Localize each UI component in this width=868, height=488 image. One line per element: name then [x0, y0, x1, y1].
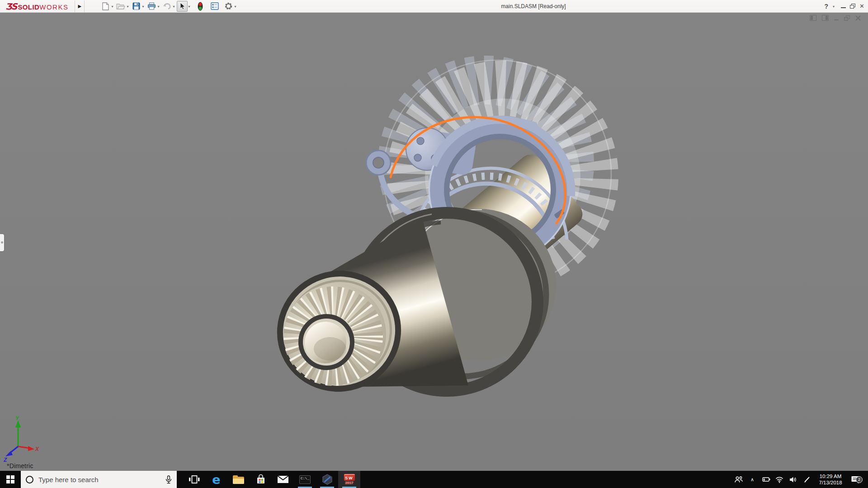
chevron-up-icon: ∧	[750, 477, 754, 483]
solidworks-taskbar-button[interactable]: SW 2017	[338, 471, 360, 488]
solidworks-cube-icon: SW	[344, 474, 355, 481]
menu-flyout-button[interactable]: ▶	[75, 0, 85, 12]
traffic-light-icon	[198, 2, 203, 11]
hexagon-app-icon	[321, 474, 333, 485]
clock-date: 7/13/2018	[814, 479, 847, 486]
start-button[interactable]	[0, 471, 21, 488]
graphics-area[interactable]: Y X Z *Dimetric	[0, 13, 868, 471]
speaker-icon	[789, 476, 797, 483]
new-document-caret-icon[interactable]: ▾	[111, 5, 113, 9]
microphone-icon[interactable]	[165, 475, 172, 484]
select-tool-caret-icon[interactable]: ▾	[188, 5, 190, 9]
system-tray: ∧	[733, 471, 868, 488]
command-prompt-glyph: C:\_	[301, 476, 309, 480]
solidworks-logo-works: WORKS	[39, 3, 68, 11]
hub-shadow	[314, 337, 346, 361]
undo-arrow-icon	[163, 3, 171, 9]
clock-time: 10:29 AM	[814, 473, 847, 479]
battery-icon	[761, 476, 771, 483]
document-restore-button[interactable]	[844, 15, 850, 21]
tray-expand-button[interactable]: ∧	[746, 477, 758, 483]
x-axis-label: X	[35, 446, 39, 452]
save-button[interactable]	[131, 1, 142, 12]
y-axis-label: Y	[15, 415, 19, 422]
document-minimize-button[interactable]	[834, 19, 839, 20]
open-document-button[interactable]	[115, 1, 126, 12]
file-explorer-button[interactable]	[227, 471, 250, 488]
network-button[interactable]	[774, 476, 785, 483]
document-window-controls	[810, 15, 861, 21]
save-caret-icon[interactable]: ▾	[142, 5, 144, 9]
window-title: main.SLDASM [Read-only]	[461, 3, 606, 9]
solidworks-logo: ƷS SOLID WORKS	[5, 1, 68, 11]
taskbar-app-icons: e C:\_	[183, 471, 360, 488]
taskbar-search-box[interactable]: Type here to search	[21, 471, 177, 488]
undo-button[interactable]	[161, 1, 172, 12]
action-center-button[interactable]: 2	[849, 475, 862, 484]
pen-icon	[803, 476, 811, 483]
help-button[interactable]: ?	[825, 3, 829, 10]
hexagon-app-button[interactable]	[316, 471, 338, 488]
print-caret-icon[interactable]: ▾	[157, 5, 159, 9]
command-prompt-icon: C:\_	[299, 475, 311, 484]
people-button[interactable]	[733, 476, 745, 483]
command-prompt-button[interactable]: C:\_	[294, 471, 316, 488]
windows-ink-button[interactable]	[801, 476, 812, 483]
quick-access-toolbar: ▾ ▾ ▾ ▾	[100, 0, 238, 12]
print-icon	[147, 2, 156, 10]
close-button[interactable]: ✕	[859, 3, 864, 9]
flyout-arrow-icon: ▶	[78, 4, 82, 9]
people-icon	[734, 476, 743, 483]
task-view-icon	[188, 474, 200, 485]
file-properties-icon	[211, 2, 219, 10]
title-bar: ƷS SOLID WORKS ▶ ▾ ▾	[0, 0, 868, 13]
help-caret-icon[interactable]: ▾	[833, 5, 835, 9]
edge-button[interactable]: e	[205, 471, 227, 488]
microsoft-store-button[interactable]	[250, 471, 272, 488]
mail-icon	[277, 475, 289, 483]
select-tool-button[interactable]	[177, 1, 188, 12]
microsoft-store-icon	[255, 474, 266, 485]
open-folder-icon	[116, 3, 125, 10]
solidworks-logo-solid: SOLID	[18, 3, 39, 11]
dock-pane-left-icon[interactable]	[810, 15, 816, 21]
select-cursor-icon	[179, 2, 186, 10]
power-status-button[interactable]	[760, 476, 772, 483]
orientation-triad: Y X Z	[2, 415, 42, 465]
search-placeholder-text: Type here to search	[38, 476, 160, 483]
windows-taskbar: Type here to search e	[0, 471, 868, 488]
solidworks-logo-glyph: ƷS	[5, 1, 16, 11]
print-button[interactable]	[146, 1, 157, 12]
new-document-button[interactable]	[100, 1, 111, 12]
solidworks-app-icon: SW 2017	[344, 474, 355, 485]
notification-badge: 2	[856, 476, 863, 483]
undo-caret-icon[interactable]: ▾	[173, 5, 175, 9]
restore-button[interactable]	[850, 4, 855, 9]
wifi-icon	[775, 476, 784, 483]
task-view-button[interactable]	[183, 471, 205, 488]
minimize-button[interactable]	[841, 7, 846, 8]
options-button[interactable]	[223, 1, 234, 12]
gear-icon	[224, 2, 233, 10]
file-explorer-icon	[233, 475, 244, 484]
file-properties-button[interactable]	[209, 1, 220, 12]
solidworks-year-label: 2017	[345, 481, 354, 485]
window-controls: ? ▾ ✕	[825, 0, 864, 12]
eyelet-bracket[interactable]	[366, 150, 391, 175]
feature-manager-collapsed-tab[interactable]	[0, 234, 4, 251]
open-document-caret-icon[interactable]: ▾	[127, 5, 128, 9]
dock-pane-right-icon[interactable]	[822, 15, 829, 21]
taskbar-clock[interactable]: 10:29 AM 7/13/2018	[814, 473, 847, 486]
traffic-light-button[interactable]	[195, 1, 206, 12]
mail-button[interactable]	[272, 471, 294, 488]
cortana-icon	[26, 476, 33, 483]
volume-button[interactable]	[787, 476, 799, 483]
windows-logo-icon	[6, 475, 14, 483]
view-orientation-label: *Dimetric	[7, 462, 33, 469]
x-axis-arrow	[28, 446, 34, 451]
options-caret-icon[interactable]: ▾	[234, 5, 236, 9]
document-close-button[interactable]	[855, 15, 861, 21]
engine-3d-model[interactable]	[0, 13, 868, 471]
new-document-icon	[102, 2, 109, 10]
save-floppy-icon	[132, 2, 140, 10]
